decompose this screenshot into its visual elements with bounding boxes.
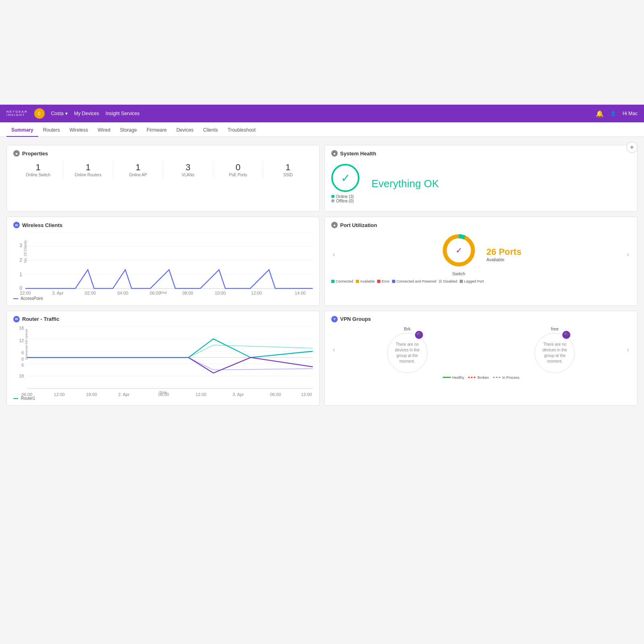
wireless-clients-title: Wireless Clients — [22, 222, 62, 228]
online-dot — [331, 195, 334, 198]
tab-firmware[interactable]: Firmware — [142, 124, 171, 137]
port-utilization-card: ● Port Utilization ‹ ✓ — [324, 217, 638, 306]
tab-routers[interactable]: Routers — [38, 124, 65, 137]
port-main: ✓ Switch 26 Ports Available — [340, 232, 622, 276]
vpn-groups-icon: V — [331, 316, 338, 322]
svg-text:18: 18 — [19, 325, 24, 330]
user-icon: 👤 — [610, 111, 616, 116]
prop-ssid: 1 SSID — [263, 161, 313, 179]
legend-connected-powered: Connected and Powered — [392, 279, 436, 283]
tab-summary[interactable]: Summary — [6, 124, 38, 137]
offline-dot — [331, 199, 334, 202]
row-3: W Router - Traffic Download KB Upload 18 — [6, 311, 638, 406]
svg-text:12:00: 12:00 — [54, 392, 65, 397]
port-prev-button[interactable]: ‹ — [331, 249, 336, 260]
vpn-prev-button[interactable]: ‹ — [331, 345, 336, 355]
svg-text:0: 0 — [21, 357, 24, 361]
donut-chart-svg: ✓ — [441, 232, 477, 268]
port-info: 26 Ports Available — [487, 247, 522, 262]
user-label: Hi Mac — [623, 111, 638, 116]
system-health-icon: ● — [331, 150, 338, 157]
prop-online-switch: 1 Online Switch — [13, 161, 63, 179]
router-y-label: Download KB Upload — [25, 336, 28, 360]
available-color — [356, 280, 359, 283]
nav-left: NETGEAR INSIGHT C Costa ▾ My Devices Ins… — [6, 108, 140, 119]
tab-storage[interactable]: Storage — [115, 124, 142, 137]
wireless-chart-svg: 0 1 2 3 22:00 3. Apr 02:00 04:00 06:00 0… — [25, 232, 313, 289]
port-next-button[interactable]: › — [625, 249, 631, 260]
add-button[interactable]: + — [626, 142, 638, 153]
online-label: Online (3) — [336, 194, 354, 199]
tab-troubleshoot[interactable]: Troubleshoot — [223, 124, 261, 137]
wireless-clients-header: W Wireless Clients — [13, 222, 313, 228]
vpn-next-button[interactable]: › — [625, 345, 631, 355]
svg-text:3. Apr: 3. Apr — [52, 291, 64, 295]
connected-color — [331, 280, 334, 283]
legend-line-icon — [13, 298, 18, 299]
legend-lagged: Lagged Port — [460, 279, 484, 283]
sub-navigation: Summary Routers Wireless Wired Storage F… — [0, 122, 644, 137]
svg-text:22:00: 22:00 — [20, 291, 31, 295]
tab-wired[interactable]: Wired — [93, 124, 115, 137]
tab-devices[interactable]: Devices — [171, 124, 198, 137]
disabled-color — [439, 280, 442, 283]
vpn-circle-free-icon: 🔌 — [562, 331, 570, 339]
system-health-card: ● System Health ✓ Online (3) Offline (0)… — [324, 145, 638, 212]
insight-services-link[interactable]: Insight Services — [105, 111, 140, 116]
legend-connected: Connected — [331, 279, 353, 283]
wireless-legend-label: AccessPoint — [21, 296, 43, 301]
prop-online-routers: 1 Online Routers — [63, 161, 113, 179]
properties-grid: 1 Online Switch 1 Online Routers 1 Onlin… — [13, 161, 313, 179]
wireless-clients-card: W Wireless Clients No. Of Clients 0 1 2 … — [6, 217, 320, 306]
nav-right: 🔔 👤 Hi Mac — [596, 110, 638, 118]
vpn-group-brk: Brk 🔌 There are no devices in the group … — [336, 326, 478, 373]
row-1: ● Properties 1 Online Switch 1 Online Ro… — [6, 145, 638, 212]
port-utilization-header: ● Port Utilization — [331, 222, 631, 228]
port-count: 26 Ports — [487, 247, 522, 257]
my-devices-link[interactable]: My Devices — [74, 111, 99, 116]
vpn-brk-empty-text: There are no devices in the group at the… — [388, 339, 427, 367]
svg-text:6: 6 — [21, 350, 24, 355]
bell-icon[interactable]: 🔔 — [596, 110, 604, 118]
port-carousel: ‹ ✓ Switch — [331, 232, 631, 276]
vpn-carousel-wrap: ‹ Brk 🔌 There are no devices in the grou… — [331, 326, 631, 373]
wireless-legend: AccessPoint — [13, 296, 313, 301]
switch-label: Switch — [441, 271, 477, 276]
vpn-groups-title: VPN Groups — [340, 316, 371, 322]
svg-text:02:00: 02:00 — [85, 291, 96, 295]
svg-text:3. Apr: 3. Apr — [233, 392, 244, 397]
legend-error: Error — [377, 279, 390, 283]
router-traffic-icon: W — [13, 316, 20, 322]
properties-card: ● Properties 1 Online Switch 1 Online Ro… — [6, 145, 320, 212]
legend-available: Available — [356, 279, 375, 283]
lagged-color — [460, 280, 463, 283]
health-checkmark: ✓ — [331, 164, 359, 192]
prop-vlans: 3 VLANs — [163, 161, 213, 179]
svg-text:06:00: 06:00 — [158, 392, 169, 397]
connected-powered-color — [392, 280, 395, 283]
properties-header: ● Properties — [13, 150, 313, 157]
vpn-groups-card: V VPN Groups ‹ Brk 🔌 There are no device… — [324, 311, 638, 406]
router-legend-line — [13, 398, 18, 399]
svg-text:0: 0 — [19, 285, 22, 291]
org-badge: C — [34, 108, 45, 119]
svg-text:12:00: 12:00 — [196, 392, 206, 397]
tab-clients[interactable]: Clients — [198, 124, 223, 137]
donut-chart-wrap: ✓ Switch — [441, 232, 477, 276]
system-health-header: ● System Health — [331, 150, 631, 157]
svg-text:1: 1 — [19, 272, 22, 277]
top-navigation: NETGEAR INSIGHT C Costa ▾ My Devices Ins… — [0, 105, 644, 122]
vpn-groups-container: Brk 🔌 There are no devices in the group … — [336, 326, 625, 373]
system-health-title: System Health — [340, 151, 376, 157]
main-content: + ● Properties 1 Online Switch 1 Online … — [0, 137, 644, 411]
org-button[interactable]: Costa ▾ — [51, 111, 68, 116]
tab-wireless[interactable]: Wireless — [65, 124, 93, 137]
svg-text:18:00: 18:00 — [86, 392, 97, 397]
port-utilization-title: Port Utilization — [340, 222, 377, 228]
router-legend: Router1 — [13, 396, 313, 400]
svg-text:3: 3 — [19, 243, 22, 248]
port-available-label: Available — [487, 257, 522, 262]
vpn-healthy-icon — [443, 377, 451, 378]
router-legend-label: Router1 — [21, 396, 35, 400]
error-color — [377, 280, 380, 283]
